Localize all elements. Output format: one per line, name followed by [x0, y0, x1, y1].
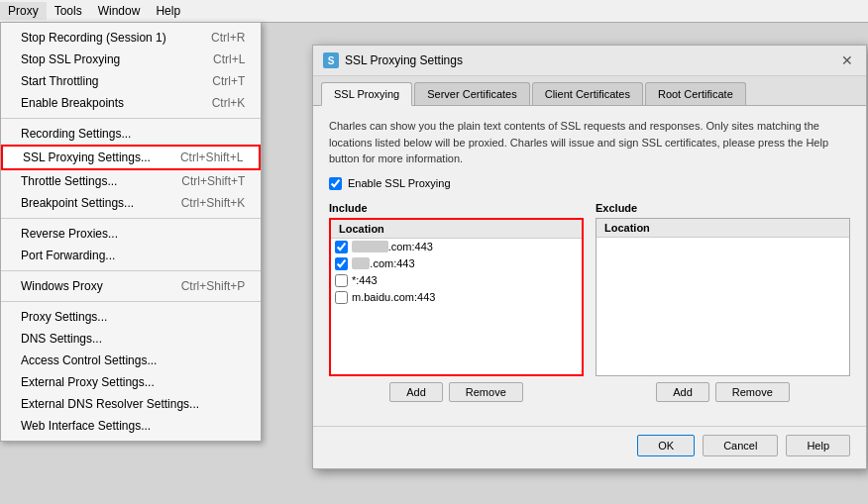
menubar-tools[interactable]: Tools	[47, 2, 90, 20]
menu-item-stop-recording[interactable]: Stop Recording (Session 1) Ctrl+R	[1, 27, 261, 49]
menu-item-enable-breakpoints[interactable]: Enable Breakpoints Ctrl+K	[1, 92, 261, 114]
enable-ssl-checkbox[interactable]	[329, 177, 342, 190]
menu-item-access-control[interactable]: Access Control Settings...	[1, 350, 261, 371]
menubar-window[interactable]: Window	[90, 2, 149, 20]
menu-item-reverse-proxies[interactable]: Reverse Proxies...	[1, 223, 261, 245]
tab-root-certificate[interactable]: Root Certificate	[645, 82, 746, 105]
menu-item-proxy-settings[interactable]: Proxy Settings...	[1, 306, 261, 328]
exclude-table-header: Location	[597, 219, 849, 238]
include-row-0: .com:443	[331, 239, 582, 255]
dialog-body: Charles can show you the plain text cont…	[313, 106, 866, 426]
exclude-table: Location	[596, 218, 850, 376]
include-row-1-text: .com:443	[370, 257, 414, 269]
exclude-remove-button[interactable]: Remove	[715, 382, 790, 402]
exclude-header: Exclude	[596, 202, 850, 214]
include-row-2: *:443	[331, 272, 582, 289]
tab-bar: SSL Proxying Server Certificates Client …	[313, 76, 866, 106]
include-row-3: m.baidu.com:443	[331, 289, 582, 306]
dialog-title: SSL Proxying Settings	[345, 53, 838, 67]
exclude-panel-buttons: Add Remove	[596, 382, 850, 402]
menu-item-stop-ssl[interactable]: Stop SSL Proxying Ctrl+L	[1, 49, 261, 70]
include-row-0-text: .com:443	[388, 241, 433, 252]
enable-ssl-row: Enable SSL Proxying	[329, 177, 850, 190]
include-row-1: .com:443	[331, 255, 582, 272]
proxy-dropdown-menu: Stop Recording (Session 1) Ctrl+R Stop S…	[0, 22, 262, 442]
separator-1	[1, 118, 261, 119]
menu-item-external-dns[interactable]: External DNS Resolver Settings...	[1, 393, 261, 415]
tab-client-certificates[interactable]: Client Certificates	[532, 82, 643, 105]
dialog-icon: S	[323, 52, 339, 68]
menu-item-windows-proxy[interactable]: Windows Proxy Ctrl+Shift+P	[1, 275, 261, 297]
menu-item-recording-settings[interactable]: Recording Settings...	[1, 123, 261, 145]
exclude-panel: Exclude Location Add Remove	[596, 202, 850, 402]
menu-item-web-interface[interactable]: Web Interface Settings...	[1, 415, 261, 437]
dialog-footer: OK Cancel Help	[313, 426, 866, 468]
include-row-0-checkbox[interactable]	[335, 241, 348, 253]
include-panel-buttons: Add Remove	[329, 382, 584, 402]
menubar-proxy[interactable]: Proxy	[0, 2, 47, 20]
dialog-titlebar: S SSL Proxying Settings ✕	[313, 46, 866, 76]
separator-3	[1, 270, 261, 271]
menu-item-external-proxy[interactable]: External Proxy Settings...	[1, 371, 261, 393]
tab-ssl-proxying[interactable]: SSL Proxying	[321, 82, 412, 106]
include-table: Location .com:443 .com:443	[329, 218, 584, 376]
menu-item-start-throttling[interactable]: Start Throttling Ctrl+T	[1, 70, 261, 92]
include-row-1-checkbox[interactable]	[335, 257, 348, 270]
include-panel: Include Location .com:443 .com:443	[329, 202, 584, 402]
include-table-header: Location	[331, 220, 582, 239]
exclude-add-button[interactable]: Add	[656, 382, 709, 402]
separator-4	[1, 301, 261, 302]
include-header: Include	[329, 202, 584, 214]
menu-item-port-forwarding[interactable]: Port Forwarding...	[1, 245, 261, 266]
panels-container: Include Location .com:443 .com:443	[329, 202, 850, 402]
include-row-2-checkbox[interactable]	[335, 274, 348, 287]
include-row-3-text: m.baidu.com:443	[352, 291, 435, 303]
menu-item-ssl-proxying-settings[interactable]: SSL Proxying Settings... Ctrl+Shift+L	[1, 145, 261, 170]
include-add-button[interactable]: Add	[389, 382, 443, 402]
dialog-description: Charles can show you the plain text cont…	[329, 118, 850, 167]
include-row-3-checkbox[interactable]	[335, 291, 348, 304]
menu-item-breakpoint-settings[interactable]: Breakpoint Settings... Ctrl+Shift+K	[1, 192, 261, 214]
menu-item-dns-settings[interactable]: DNS Settings...	[1, 328, 261, 350]
ok-button[interactable]: OK	[637, 435, 695, 456]
include-row-2-text: *:443	[352, 274, 378, 286]
include-row-1-blurred	[352, 257, 370, 269]
tab-server-certificates[interactable]: Server Certificates	[414, 82, 529, 105]
include-remove-button[interactable]: Remove	[449, 382, 523, 402]
include-row-0-blurred	[352, 241, 388, 252]
dialog-close-button[interactable]: ✕	[838, 51, 856, 69]
menubar: Proxy Tools Window Help	[0, 0, 868, 23]
help-button[interactable]: Help	[786, 435, 850, 456]
separator-2	[1, 218, 261, 219]
cancel-button[interactable]: Cancel	[703, 435, 778, 456]
enable-ssl-label: Enable SSL Proxying	[348, 177, 451, 189]
ssl-proxying-dialog: S SSL Proxying Settings ✕ SSL Proxying S…	[312, 45, 867, 469]
menubar-help[interactable]: Help	[148, 2, 188, 20]
menu-item-throttle-settings[interactable]: Throttle Settings... Ctrl+Shift+T	[1, 170, 261, 192]
